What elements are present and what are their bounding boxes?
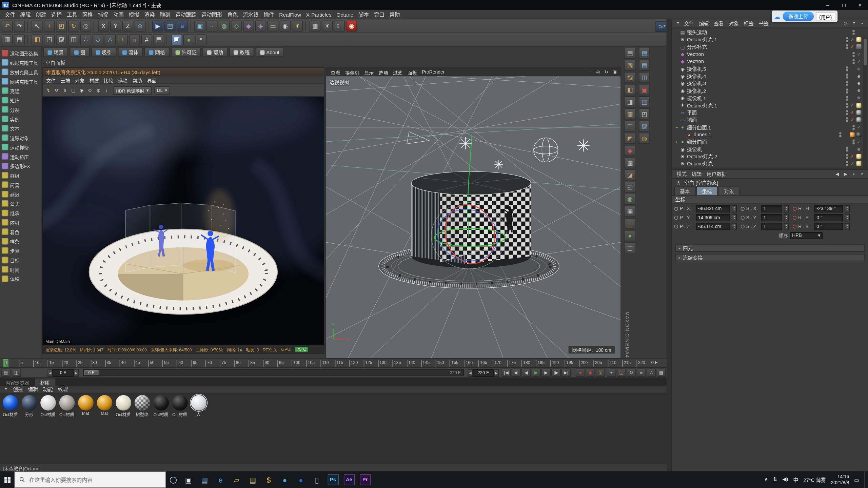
value-stepper[interactable]: ▴▾ xyxy=(784,205,789,212)
octane-button[interactable]: 流体 xyxy=(118,47,143,57)
visibility-dots[interactable] xyxy=(839,132,842,137)
mograph-item[interactable]: 简易 xyxy=(0,180,41,189)
viewport-menu-item[interactable]: 显示 xyxy=(362,69,376,76)
workplane-mode-icon[interactable]: ◫ xyxy=(68,34,79,45)
folder-app-icon[interactable]: ▤ xyxy=(245,471,261,488)
material-item[interactable]: 人 xyxy=(189,395,208,417)
enabled-check-icon[interactable]: ✓ xyxy=(850,37,855,42)
target-tag-icon[interactable]: ⊕ xyxy=(856,66,862,72)
menu-item[interactable]: 雕刻 xyxy=(157,11,173,18)
material-preview-sphere[interactable] xyxy=(115,395,131,411)
goto-start-button[interactable]: |◀ xyxy=(501,368,511,377)
side-palette-icon[interactable]: ◨ xyxy=(625,96,636,107)
side-palette-icon[interactable]: ◩ xyxy=(625,133,636,144)
night-mode-icon[interactable]: ☾ xyxy=(334,20,345,32)
tonemap-dropdown[interactable]: HDR 色调映射 ▾ xyxy=(113,86,152,94)
object-row[interactable]: ▱平面✗ xyxy=(672,109,868,117)
display-filter-icon[interactable]: ▦ xyxy=(310,20,321,32)
viewport-canvas[interactable]: Y X 透视视图 网格间距：100 cm xyxy=(326,76,621,358)
taskbar-clock[interactable]: 14:16 2021/8/8 xyxy=(831,473,849,486)
light-tag-icon[interactable] xyxy=(856,37,862,42)
mograph-item[interactable]: 网格克隆工具 xyxy=(0,76,41,86)
side-palette-icon[interactable]: ▧ xyxy=(625,60,636,71)
light-icon[interactable]: ☀ xyxy=(292,20,303,32)
coordinates-group-title[interactable]: 坐标 xyxy=(672,196,868,204)
octane-button[interactable]: 图 xyxy=(70,47,90,57)
material-manager-tab[interactable]: 材质 xyxy=(35,379,55,386)
om-menu-item[interactable]: 文件 xyxy=(682,20,696,27)
start-frame-value[interactable]: 0 F xyxy=(53,369,74,377)
object-row[interactable]: ◉摄像机.1⊕ xyxy=(672,95,868,102)
redo-icon[interactable]: ↷ xyxy=(14,20,25,32)
om-menu-item[interactable]: 查看 xyxy=(711,20,726,27)
render-refresh-icon[interactable]: ⟳ xyxy=(53,87,60,94)
material-item[interactable]: Oct材质 xyxy=(39,395,57,417)
rotate-view-icon[interactable]: ↻ xyxy=(603,68,610,76)
side-palette-icon[interactable]: ◪ xyxy=(625,169,636,181)
toggle-view-icon[interactable]: ▣ xyxy=(611,68,618,76)
octane-button[interactable]: 教程 xyxy=(229,47,254,57)
visibility-dots[interactable] xyxy=(846,37,848,42)
x-axis-lock-icon[interactable]: X xyxy=(98,20,109,32)
material-item[interactable]: Oct材质 xyxy=(1,395,19,417)
expander-icon[interactable]: − xyxy=(674,125,679,129)
zoom-view-icon[interactable]: ◎ xyxy=(594,68,601,76)
snap-icon[interactable]: ∩ xyxy=(129,34,140,45)
coordinate-input[interactable]: 1 xyxy=(761,205,782,212)
keyframe-dot[interactable] xyxy=(741,207,744,210)
mograph-item[interactable]: 公式 xyxy=(0,199,41,208)
material-preview-sphere[interactable] xyxy=(2,395,18,411)
render-menu-item[interactable]: 比较 xyxy=(101,77,116,83)
start-button[interactable] xyxy=(0,471,14,488)
menu-item[interactable]: 动画 xyxy=(111,11,126,18)
next-key-button[interactable]: |▶ xyxy=(551,368,561,377)
key-pla-toggle[interactable]: ∴ xyxy=(647,368,656,377)
light-tag-icon[interactable] xyxy=(856,161,862,166)
dl-dropdown[interactable]: DL ▾ xyxy=(154,86,170,94)
render-restart-icon[interactable]: ↯ xyxy=(45,87,52,94)
search-input[interactable] xyxy=(28,476,147,483)
volume-icon[interactable]: ◀) xyxy=(782,476,788,484)
spinner-increment-icon[interactable]: ▶ xyxy=(494,369,499,377)
render-menu-item[interactable]: 文件 xyxy=(44,77,58,83)
keyframe-dot[interactable] xyxy=(674,224,678,228)
side-palette-icon[interactable]: ◫ xyxy=(639,72,650,83)
material-item[interactable]: Mat xyxy=(76,395,95,417)
menu-item[interactable]: 创建 xyxy=(33,11,49,18)
mograph-item[interactable]: 分裂 xyxy=(0,105,41,114)
photoshop-icon[interactable]: Ps xyxy=(325,471,341,488)
key-rotation-toggle[interactable]: ↻ xyxy=(627,368,636,377)
object-row[interactable]: ☀Octane灯光.1✓ xyxy=(672,36,868,43)
frame-slider-handle[interactable]: 0 F xyxy=(84,370,98,375)
minimize-button[interactable]: – xyxy=(820,0,836,10)
panel-splitter[interactable] xyxy=(667,19,672,471)
mat-orange-tag-icon[interactable] xyxy=(850,132,855,137)
notification-center-icon[interactable]: ▭ xyxy=(854,477,859,483)
render-pass-label[interactable]: Main DeMain xyxy=(44,339,72,344)
octane-render-icon[interactable]: ◉ xyxy=(346,20,357,32)
material-menu-item[interactable]: 编辑 xyxy=(25,386,40,393)
material-item[interactable]: 分形 xyxy=(20,395,38,417)
material-preview-sphere[interactable] xyxy=(78,395,93,411)
menu-item[interactable]: 模拟 xyxy=(126,11,142,18)
om-search-icon[interactable]: ◎ xyxy=(842,20,849,27)
gray-tag-icon[interactable] xyxy=(856,44,862,49)
value-stepper[interactable]: ▴▾ xyxy=(784,223,789,230)
keyframe-dot[interactable] xyxy=(674,216,678,219)
menu-item[interactable]: 角色 xyxy=(225,11,240,18)
spline-pen-icon[interactable]: ~ xyxy=(206,20,218,32)
mograph-item[interactable]: 时间 xyxy=(0,264,41,274)
side-palette-icon[interactable]: ◱ xyxy=(625,218,636,229)
side-palette-icon[interactable]: ▨ xyxy=(625,72,636,83)
material-preview-sphere[interactable] xyxy=(172,395,188,411)
object-row[interactable]: ▤镜头运动 xyxy=(672,29,868,36)
menu-item[interactable]: 工具 xyxy=(64,11,80,18)
side-palette-icon[interactable]: ◫ xyxy=(625,242,636,253)
mograph-item[interactable]: 群组 xyxy=(0,170,41,180)
collapsed-section[interactable]: ▸冻结变换 xyxy=(675,254,865,261)
render-settings-icon[interactable]: ≡ xyxy=(177,20,188,32)
keyframe-dot[interactable] xyxy=(741,216,744,219)
model-mode-icon[interactable]: ◳ xyxy=(44,34,55,45)
om-menu-item[interactable]: 书签 xyxy=(756,20,771,27)
render-view-icon[interactable]: ▶ xyxy=(152,20,163,32)
